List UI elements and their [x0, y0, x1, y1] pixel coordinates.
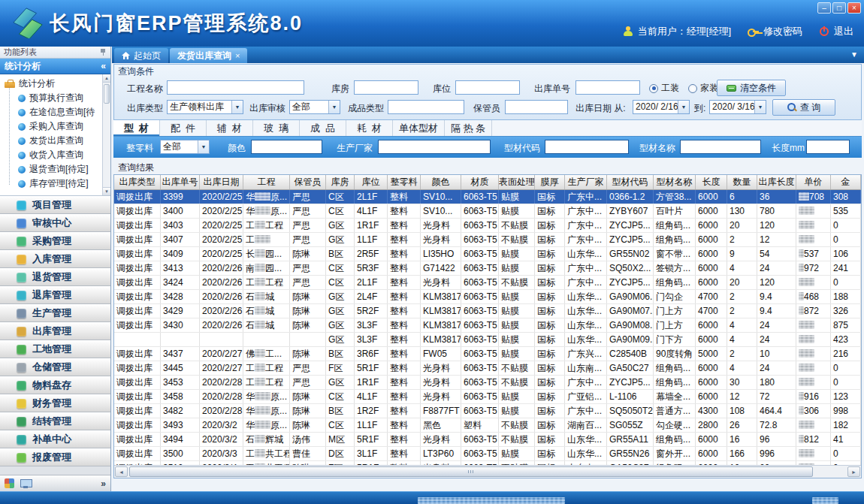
sidebar-tree-item[interactable]: 采购入库查询 — [0, 119, 102, 134]
tab-outbound-query[interactable]: 发货出库查询 × — [170, 48, 247, 63]
table-row[interactable]: 调拨出库34282020/2/26石城陈琳G区2L4F整料KLM38176063… — [114, 290, 861, 304]
whole-part-select[interactable]: 全部 ▼ — [160, 140, 210, 154]
scroll-down-arrow[interactable]: ▼ — [103, 187, 110, 195]
table-row[interactable]: 调拨出库34002020/2/25华原...严思C区4L1F整料SV10...6… — [114, 204, 861, 219]
material-tab-7[interactable]: 隔 热 条 — [445, 120, 492, 136]
sidebar-section-7[interactable]: 出库管理 — [0, 322, 110, 340]
audit-select[interactable]: 全部 ▼ — [289, 100, 340, 114]
material-tab-6[interactable]: 单体型材 — [393, 120, 445, 136]
column-header-length[interactable]: 长度 — [696, 175, 727, 189]
tab-home[interactable]: 起始页 — [114, 48, 168, 63]
product-type-input[interactable] — [388, 100, 464, 114]
pin-icon[interactable] — [100, 49, 107, 56]
radio-jiazhuang[interactable]: 家装 — [688, 82, 718, 95]
column-header-factory[interactable]: 生产厂家 — [565, 175, 607, 189]
sidebar-section-14[interactable]: 报废管理 — [0, 448, 110, 466]
sidebar-section-13[interactable]: 补单中心 — [0, 430, 110, 448]
sidebar-section-8[interactable]: 工地管理 — [0, 340, 110, 358]
material-tab-3[interactable]: 玻 璃 — [253, 120, 300, 136]
column-header-film[interactable]: 膜厚 — [535, 175, 565, 189]
length-input[interactable] — [806, 140, 850, 154]
table-row[interactable]: G区3L3F整料KLM38176063-T5贴膜国标山东华...GA90M09.… — [114, 333, 861, 347]
radio-gongzhuang[interactable]: 工装 — [649, 82, 679, 95]
table-row[interactable]: 调拨出库34532020/2/28工工程严思G区1R1F整料光身料6063-T5… — [114, 376, 861, 390]
table-row[interactable]: 调拨出库34452020/2/27工工程严思F区5R1F整料光身料6063-T5… — [114, 361, 861, 376]
horizontal-scrollbar[interactable]: ◄ ► — [114, 465, 861, 478]
table-row[interactable]: 调拨出库34072020/2/25工严思G区1L1F整料光身料6063-T5不贴… — [114, 233, 861, 247]
sidebar-section-12[interactable]: 结转管理 — [0, 412, 110, 430]
monitor-icon[interactable] — [20, 479, 31, 488]
material-tab-2[interactable]: 辅 材 — [207, 120, 253, 136]
profile-name-input[interactable] — [680, 140, 761, 154]
column-header-material[interactable]: 材质 — [461, 175, 499, 189]
location-input[interactable] — [455, 80, 520, 95]
column-header-surface[interactable]: 表面处理 — [499, 175, 535, 189]
column-header-out-length[interactable]: 出库长度 — [757, 175, 796, 189]
tree-scrollbar[interactable]: ▲ ▼ — [102, 74, 110, 195]
table-row[interactable]: 调拨出库34032020/2/25工工程严思G区1R1F整料光身料6063-T5… — [114, 219, 861, 233]
scroll-up-arrow[interactable]: ▲ — [103, 74, 110, 83]
column-header-qty[interactable]: 数量 — [727, 175, 757, 189]
collapse-icon[interactable]: « — [101, 61, 106, 71]
sidebar-section-4[interactable]: 退货管理 — [0, 268, 110, 286]
sidebar-tree-item[interactable]: 在途信息查询[待 — [0, 105, 102, 119]
tab-overflow-arrow[interactable]: ▼ — [850, 50, 858, 59]
column-header-order-no[interactable]: 出库单号 — [161, 175, 200, 189]
material-tab-5[interactable]: 耗 材 — [346, 120, 393, 136]
search-button[interactable]: 查 询 — [772, 99, 835, 116]
table-row[interactable]: 调拨出库34942020/3/2石辉城汤伟M区5R1F整料光身料6063-T5不… — [114, 433, 861, 447]
table-row[interactable]: 调拨出库33992020/2/25华原...严思C区2L1F整料SV10...6… — [114, 190, 861, 204]
table-row[interactable]: 调拨出库34092020/2/25长园...陈琳B区2R5F整料LI35HO60… — [114, 247, 861, 261]
date-from-picker[interactable]: 2020/ 2/16 ▼ — [633, 100, 690, 114]
material-tab-0[interactable]: 型 材 — [113, 120, 160, 136]
column-header-color[interactable]: 颜色 — [421, 175, 461, 189]
table-row[interactable]: 调拨出库34372020/2/27佛工...陈琳B区3R6F整料FW056063… — [114, 347, 861, 361]
maximize-button[interactable]: □ — [832, 2, 846, 14]
column-header-outbound-type[interactable]: 出库类型 — [114, 175, 161, 189]
column-header-location[interactable]: 库位 — [355, 175, 388, 189]
sidebar-section-10[interactable]: 物料盘存 — [0, 376, 110, 394]
scroll-thumb[interactable] — [104, 84, 110, 104]
table-row[interactable]: 调拨出库34132020/2/26南园...严思C区5R3F整料G7142260… — [114, 261, 861, 276]
minimize-button[interactable]: – — [817, 2, 831, 14]
column-header-warehouse[interactable]: 库房 — [326, 175, 355, 189]
column-header-profile-name[interactable]: 型材名称 — [654, 175, 696, 189]
order-no-input[interactable] — [575, 80, 640, 95]
close-button[interactable]: × — [847, 2, 861, 14]
sidebar-tree-item[interactable]: 预算执行查询 — [0, 91, 102, 105]
sidebar-section-2[interactable]: 采购管理 — [0, 232, 110, 250]
sidebar-section-11[interactable]: 财务管理 — [0, 394, 110, 412]
profile-code-input[interactable] — [545, 140, 629, 154]
material-tab-1[interactable]: 配 件 — [160, 120, 207, 136]
table-row[interactable]: 调拨出库35002020/3/3工共工程曹佳D区3L1F整料LT3P606063… — [114, 447, 861, 461]
sidebar-group-header[interactable]: 统计分析 « — [0, 59, 110, 74]
sidebar-tree-item[interactable]: 退货查询[待定] — [0, 162, 102, 177]
column-header-whole-part[interactable]: 整零料 — [388, 175, 421, 189]
column-header-profile-code[interactable]: 型材代码 — [607, 175, 654, 189]
scroll-thumb[interactable] — [129, 466, 813, 477]
scroll-right-arrow[interactable]: ► — [847, 466, 860, 477]
grid-view-icon[interactable] — [5, 478, 14, 488]
table-row[interactable]: 调拨出库34822020/2/28华原...陈琳B区1R2F整料F8877FT6… — [114, 404, 861, 418]
sidebar-section-3[interactable]: 入库管理 — [0, 250, 110, 268]
column-header-amount[interactable]: 金 — [831, 175, 861, 189]
more-buttons-icon[interactable]: » — [101, 478, 106, 489]
table-row[interactable]: 调拨出库34302020/2/26石城陈琳G区3L3F整料KLM38176063… — [114, 318, 861, 333]
column-header-unit-price[interactable]: 单价 — [796, 175, 831, 189]
table-row[interactable]: 调拨出库34242020/2/26工工程严思C区2L1F整料光身料6063-T5… — [114, 276, 861, 290]
sidebar-tree-item[interactable]: 发货出库查询 — [0, 134, 102, 148]
column-header-project[interactable]: 工程 — [243, 175, 290, 189]
sidebar-section-0[interactable]: 项目管理 — [0, 196, 110, 214]
table-row[interactable]: 调拨出库34582020/2/28华原...陈琳C区4L1F整料光身料6063-… — [114, 390, 861, 404]
sidebar-section-9[interactable]: 仓储管理 — [0, 358, 110, 376]
material-tab-4[interactable]: 成 品 — [300, 120, 346, 136]
sidebar-section-6[interactable]: 生产管理 — [0, 304, 110, 322]
color-input[interactable] — [251, 140, 322, 154]
table-row[interactable]: 调拨出库34932020/3/2华原...陈琳C区1L1F整料黑色塑料不贴膜国标… — [114, 418, 861, 433]
change-password-button[interactable]: 修改密码 — [763, 25, 802, 38]
warehouse-input[interactable] — [354, 80, 418, 95]
column-header-date[interactable]: 出库日期 — [200, 175, 243, 189]
sidebar-tree-item[interactable]: 库存管理[待定] — [0, 177, 102, 191]
table-row[interactable]: 调拨出库34292020/2/26石城陈琳G区5R2F整料KLM38176063… — [114, 304, 861, 318]
outbound-type-select[interactable]: 生产领料出库 ▼ — [167, 100, 243, 114]
